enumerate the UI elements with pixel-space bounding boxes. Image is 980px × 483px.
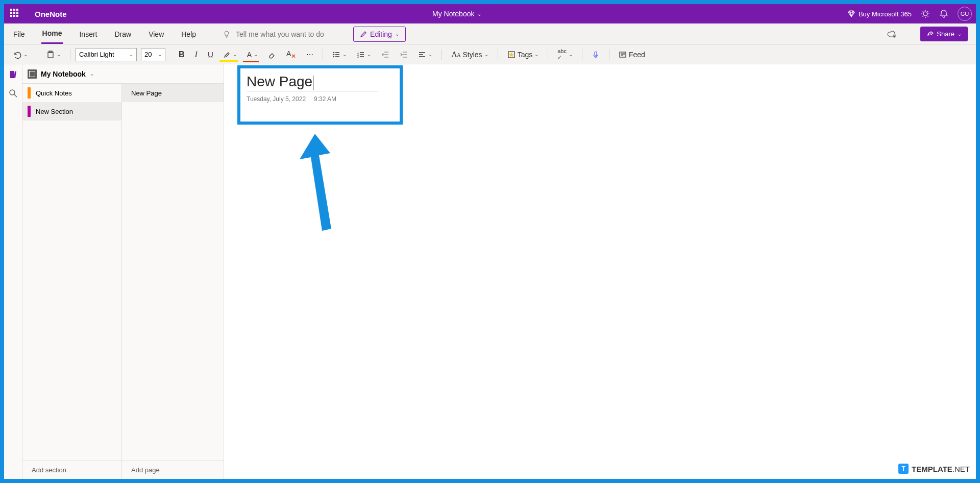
spellcheck-button[interactable]: abc✓ ⌄ — [553, 45, 577, 63]
chevron-down-icon: ⌄ — [395, 31, 399, 37]
tags-button[interactable]: Tags ⌄ — [503, 48, 543, 61]
chevron-down-icon: ⌄ — [90, 71, 94, 77]
page-title-input[interactable]: New Page — [247, 74, 378, 91]
chevron-down-icon: ⌄ — [958, 31, 962, 37]
chevron-down-icon: ⌄ — [569, 52, 573, 57]
editing-mode-button[interactable]: Editing ⌄ — [353, 27, 406, 42]
chevron-down-icon: ⌄ — [57, 52, 61, 57]
page-date: Tuesday, July 5, 2022 — [247, 95, 306, 103]
align-button[interactable]: ⌄ — [414, 48, 436, 61]
watermark-icon: T — [898, 464, 909, 474]
lightbulb-icon — [223, 30, 231, 38]
chevron-down-icon: ⌄ — [484, 52, 488, 57]
chevron-down-icon: ⌄ — [158, 52, 162, 57]
svg-point-5 — [333, 56, 334, 57]
chevron-down-icon: ⌄ — [534, 52, 538, 57]
annotation-arrow — [300, 134, 346, 231]
share-button[interactable]: Share ⌄ — [920, 27, 968, 41]
chevron-down-icon: ⌄ — [428, 52, 432, 57]
font-size-dropdown[interactable]: 20 ⌄ — [141, 48, 165, 61]
diamond-icon — [847, 10, 855, 18]
chevron-down-icon: ⌄ — [367, 52, 371, 57]
notebooks-rail-icon[interactable] — [8, 69, 18, 80]
dictate-button[interactable] — [587, 48, 604, 61]
bold-button[interactable]: B — [175, 47, 189, 62]
section-label: New Section — [36, 108, 73, 115]
tab-insert[interactable]: Insert — [78, 25, 98, 43]
section-item-new-section[interactable]: New Section — [22, 102, 121, 120]
notebook-icon — [28, 69, 37, 79]
chevron-down-icon: ⌄ — [342, 52, 347, 57]
chevron-down-icon: ⌄ — [477, 11, 481, 17]
tell-me-input[interactable] — [236, 30, 338, 38]
note-canvas[interactable]: New Page Tuesday, July 5, 2022 9:32 AM T… — [224, 64, 976, 479]
chevron-down-icon: ⌄ — [233, 52, 237, 57]
tab-view[interactable]: View — [148, 25, 165, 43]
page-item[interactable]: New Page — [122, 84, 224, 102]
tab-file[interactable]: File — [12, 25, 26, 43]
app-launcher-icon[interactable] — [10, 9, 20, 19]
user-avatar[interactable]: GU — [958, 7, 972, 21]
svg-rect-1 — [48, 52, 53, 58]
pencil-icon — [360, 31, 367, 38]
svg-point-12 — [10, 90, 15, 95]
tab-draw[interactable]: Draw — [113, 25, 132, 43]
outdent-button[interactable] — [377, 48, 394, 61]
more-formatting-button[interactable]: ⋯ — [302, 48, 317, 61]
highlight-button[interactable]: ⌄ — [219, 49, 241, 61]
clear-formatting-button[interactable]: A✕ — [282, 47, 300, 62]
add-section-button[interactable]: Add section — [22, 461, 121, 479]
buy-microsoft-365-button[interactable]: Buy Microsoft 365 — [847, 10, 912, 18]
paste-button[interactable]: ⌄ — [42, 48, 65, 61]
numbering-button[interactable]: 123 ⌄ — [353, 48, 375, 61]
underline-button[interactable]: U — [204, 47, 217, 61]
svg-rect-10 — [595, 52, 597, 56]
notebook-label: My Notebook — [41, 70, 86, 78]
section-color-tab — [28, 87, 31, 99]
notebook-title-dropdown[interactable]: My Notebook ⌄ — [67, 10, 847, 18]
page-time: 9:32 AM — [314, 95, 336, 103]
search-rail-icon[interactable] — [9, 89, 18, 98]
add-page-button[interactable]: Add page — [122, 461, 224, 479]
section-color-tab — [28, 106, 31, 117]
svg-point-4 — [333, 54, 334, 55]
font-color-button[interactable]: A ⌄ — [243, 48, 262, 61]
watermark: T TEMPLATE.NET — [898, 464, 970, 474]
tab-home[interactable]: Home — [41, 24, 63, 44]
feed-button[interactable]: Feed — [615, 48, 649, 61]
indent-button[interactable] — [396, 48, 412, 61]
undo-button[interactable]: ⌄ — [9, 48, 32, 61]
cloud-sync-icon[interactable] — [887, 29, 897, 39]
chevron-down-icon: ⌄ — [129, 52, 133, 57]
page-label: New Page — [131, 89, 162, 97]
share-icon — [926, 31, 934, 38]
settings-icon[interactable] — [921, 9, 930, 18]
styles-button[interactable]: AA Styles ⌄ — [447, 47, 492, 61]
chevron-down-icon: ⌄ — [23, 52, 28, 57]
italic-button[interactable]: I — [191, 47, 202, 62]
section-label: Quick Notes — [36, 89, 72, 97]
notifications-icon[interactable] — [939, 9, 948, 18]
bullets-button[interactable]: ⌄ — [328, 48, 351, 61]
eraser-button[interactable] — [264, 48, 280, 61]
svg-text:3: 3 — [357, 55, 359, 58]
notebook-name: My Notebook — [432, 10, 474, 18]
notebook-selector[interactable]: My Notebook ⌄ — [22, 64, 224, 84]
section-item-quick-notes[interactable]: Quick Notes — [22, 84, 121, 102]
app-name: OneNote — [35, 10, 67, 18]
svg-point-3 — [333, 52, 334, 53]
font-name-dropdown[interactable]: Calibri Light ⌄ — [76, 48, 137, 61]
tell-me-search[interactable] — [223, 30, 338, 38]
svg-marker-13 — [300, 134, 331, 231]
chevron-down-icon: ⌄ — [254, 52, 258, 57]
tab-help[interactable]: Help — [180, 25, 197, 43]
